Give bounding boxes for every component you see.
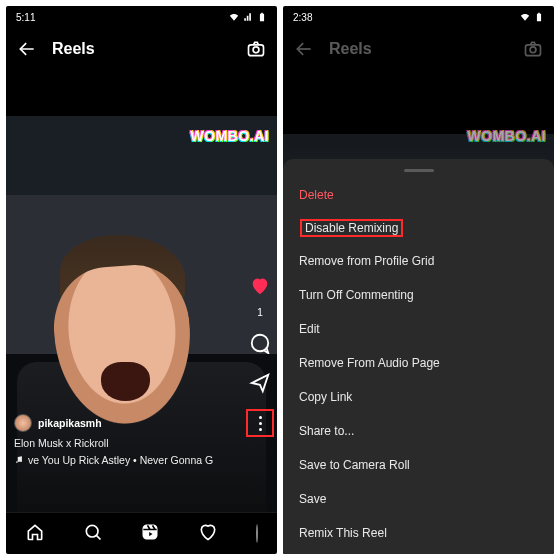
status-time: 2:38 xyxy=(293,12,312,23)
status-bar: 2:38 xyxy=(283,6,554,28)
nav-activity-icon[interactable] xyxy=(198,522,218,546)
svg-point-8 xyxy=(530,47,536,53)
status-time: 5:11 xyxy=(16,12,35,23)
camera-icon[interactable] xyxy=(245,38,267,60)
more-options-button[interactable] xyxy=(249,412,271,434)
menu-delete[interactable]: Delete xyxy=(283,178,554,212)
battery-icon xyxy=(534,12,544,22)
wifi-icon xyxy=(229,12,239,22)
back-icon[interactable] xyxy=(16,38,38,60)
wifi-icon xyxy=(520,12,530,22)
like-count: 1 xyxy=(257,307,263,318)
left-screenshot: 5:11 Reels WOMBO.AI 1 xyxy=(6,6,277,554)
audio-row[interactable]: ve You Up Rick Astley • Never Gonna G xyxy=(14,454,233,466)
author-username[interactable]: pikapikasmh xyxy=(38,417,102,429)
back-icon[interactable] xyxy=(293,38,315,60)
options-sheet: Delete Disable Remixing Remove from Prof… xyxy=(283,159,554,554)
battery-icon xyxy=(257,12,267,22)
status-bar: 5:11 xyxy=(6,6,277,28)
audio-text: ve You Up Rick Astley • Never Gonna G xyxy=(28,454,213,466)
svg-point-5 xyxy=(86,525,98,537)
menu-copy-link[interactable]: Copy Link xyxy=(283,380,554,414)
menu-share-to[interactable]: Share to... xyxy=(283,414,554,448)
reels-header: Reels xyxy=(283,28,554,70)
right-screenshot: 2:38 Reels WOMBO.AI Delete Disable Remix… xyxy=(283,6,554,554)
menu-remove-grid[interactable]: Remove from Profile Grid xyxy=(283,244,554,278)
page-title: Reels xyxy=(329,40,372,58)
svg-point-2 xyxy=(252,335,269,352)
menu-turn-off-commenting[interactable]: Turn Off Commenting xyxy=(283,278,554,312)
sheet-handle[interactable] xyxy=(404,169,434,172)
comment-button[interactable] xyxy=(249,332,271,358)
menu-disable-remixing-row[interactable]: Disable Remixing xyxy=(283,212,554,244)
nav-profile-avatar[interactable] xyxy=(256,525,258,543)
share-button[interactable] xyxy=(249,372,271,398)
menu-save[interactable]: Save xyxy=(283,482,554,516)
author-avatar[interactable] xyxy=(14,414,32,432)
bottom-nav xyxy=(6,512,277,554)
menu-disable-remixing[interactable]: Disable Remixing xyxy=(299,218,404,238)
page-title: Reels xyxy=(52,40,95,58)
menu-save-camera-roll[interactable]: Save to Camera Roll xyxy=(283,448,554,482)
svg-point-4 xyxy=(20,460,22,462)
svg-point-3 xyxy=(16,461,18,463)
watermark: WOMBO.AI xyxy=(190,128,269,144)
reel-video[interactable]: WOMBO.AI 1 pikapikasmh Elon Musk x Rickr… xyxy=(6,70,277,512)
svg-point-1 xyxy=(253,47,259,53)
caption-area: pikapikasmh Elon Musk x Rickroll ve You … xyxy=(14,414,233,466)
menu-remix[interactable]: Remix This Reel xyxy=(283,516,554,550)
menu-remove-audio[interactable]: Remove From Audio Page xyxy=(283,346,554,380)
like-button[interactable] xyxy=(249,275,271,301)
camera-icon[interactable] xyxy=(522,38,544,60)
nav-reels-icon[interactable] xyxy=(140,522,160,546)
reels-header: Reels xyxy=(6,28,277,70)
caption-text: Elon Musk x Rickroll xyxy=(14,437,233,449)
signal-icon xyxy=(243,12,253,22)
nav-home-icon[interactable] xyxy=(25,522,45,546)
nav-search-icon[interactable] xyxy=(83,522,103,546)
menu-edit[interactable]: Edit xyxy=(283,312,554,346)
action-rail: 1 xyxy=(249,275,271,434)
reel-video-dimmed: WOMBO.AI Delete Disable Remixing Remove … xyxy=(283,70,554,554)
